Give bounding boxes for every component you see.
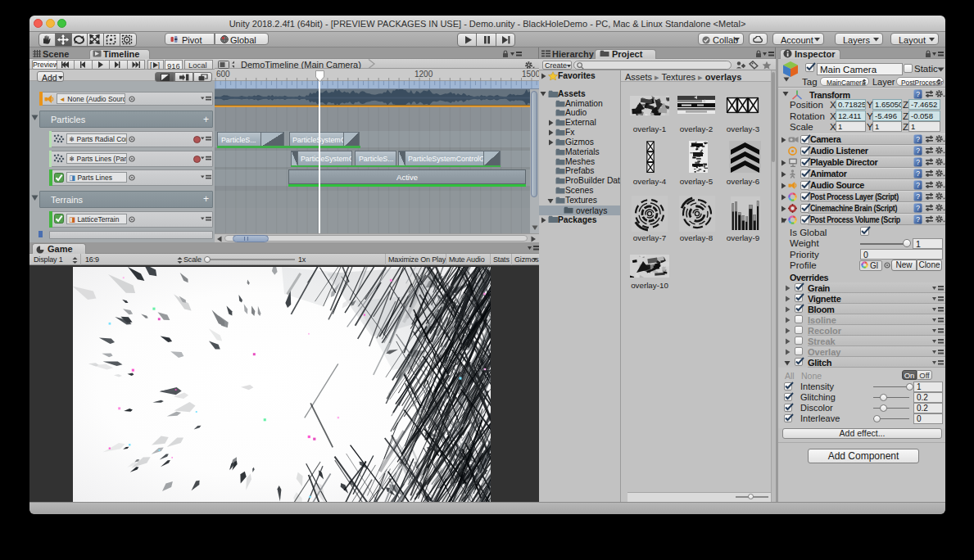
svg-text:?: ?	[916, 181, 920, 189]
svg-text:?: ?	[916, 147, 920, 155]
svg-text:?: ?	[916, 135, 920, 143]
svg-text:?: ?	[916, 169, 920, 178]
svg-text:?: ?	[916, 204, 920, 212]
svg-text:?: ?	[916, 215, 920, 224]
svg-text:?: ?	[916, 192, 920, 201]
svg-text:?: ?	[916, 90, 920, 98]
svg-text:?: ?	[916, 158, 920, 166]
svg-text:[: [	[150, 61, 152, 69]
svg-text:]: ]	[158, 61, 161, 69]
